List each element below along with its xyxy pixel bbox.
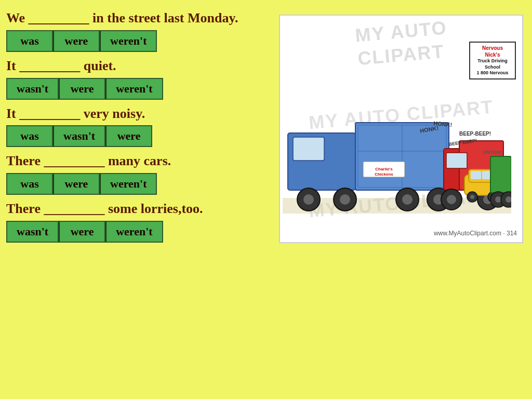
sign-title: Nervous Nick's xyxy=(474,45,511,58)
q5-option-were[interactable]: were xyxy=(59,221,105,243)
svg-point-12 xyxy=(402,194,413,205)
svg-point-8 xyxy=(303,194,314,205)
clipart-footer: www.MyAutoClipart.com · 314 xyxy=(434,230,517,237)
question-text-1: We _________ in the street last Monday. xyxy=(6,9,271,27)
q4-option-werent[interactable]: weren't xyxy=(100,173,157,195)
truck-scene-svg: Charlie's Chickens xyxy=(283,60,511,227)
options-row-1: was were weren't xyxy=(6,30,271,52)
question-block-5: There _________ some lorries,too. wasn't… xyxy=(6,200,271,243)
svg-rect-27 xyxy=(471,171,481,179)
q2-option-werent[interactable]: weren't xyxy=(105,78,163,100)
question-text-2: It _________ quiet. xyxy=(6,57,271,75)
options-row-5: wasn't were weren't xyxy=(6,221,271,243)
options-row-2: wasn't were weren't xyxy=(6,78,271,100)
q5-option-wasnt[interactable]: wasn't xyxy=(6,221,59,243)
svg-point-22 xyxy=(447,195,456,204)
question-text-3: It _________ very noisy. xyxy=(6,105,271,123)
q4-option-was[interactable]: was xyxy=(6,173,53,195)
question-block-4: There _________ many cars. was were were… xyxy=(6,152,271,195)
svg-rect-20 xyxy=(446,153,467,168)
q1-option-were[interactable]: were xyxy=(53,30,100,52)
options-row-3: was wasn't were xyxy=(6,125,271,147)
q4-option-were[interactable]: were xyxy=(53,173,100,195)
svg-rect-6 xyxy=(293,137,324,161)
left-panel: We _________ in the street last Monday. … xyxy=(6,9,271,390)
q5-option-werent[interactable]: weren't xyxy=(105,221,163,243)
svg-point-10 xyxy=(340,194,350,205)
question-block-2: It _________ quiet. wasn't were weren't xyxy=(6,57,271,100)
question-text-4: There _________ many cars. xyxy=(6,152,271,170)
svg-text:VROOM!: VROOM! xyxy=(483,150,502,155)
question-text-5: There _________ some lorries,too. xyxy=(6,200,271,218)
q3-option-was[interactable]: was xyxy=(6,125,53,147)
q3-option-wasnt[interactable]: wasn't xyxy=(53,125,105,147)
q3-option-were[interactable]: were xyxy=(105,125,152,147)
svg-point-35 xyxy=(495,196,501,203)
svg-text:Chickens: Chickens xyxy=(375,172,393,177)
right-panel: MY AUTO CLIPART MY AUTO CLIPART MY AUTO … xyxy=(276,9,526,390)
q1-option-was[interactable]: was xyxy=(6,30,53,52)
svg-point-30 xyxy=(470,195,474,199)
svg-text:BEEP-BEEP!: BEEP-BEEP! xyxy=(459,131,491,137)
q2-option-were[interactable]: were xyxy=(59,78,105,100)
q1-option-werent[interactable]: weren't xyxy=(100,30,157,52)
q2-option-wasnt[interactable]: wasn't xyxy=(6,78,59,100)
svg-rect-33 xyxy=(490,156,511,193)
question-block-3: It _________ very noisy. was wasn't were xyxy=(6,105,271,148)
svg-text:Charlie's: Charlie's xyxy=(375,167,393,171)
clipart-image: MY AUTO CLIPART MY AUTO CLIPART MY AUTO … xyxy=(279,15,523,243)
options-row-4: was were weren't xyxy=(6,173,271,195)
main-container: We _________ in the street last Monday. … xyxy=(0,0,532,399)
question-block-1: We _________ in the street last Monday. … xyxy=(6,9,271,52)
